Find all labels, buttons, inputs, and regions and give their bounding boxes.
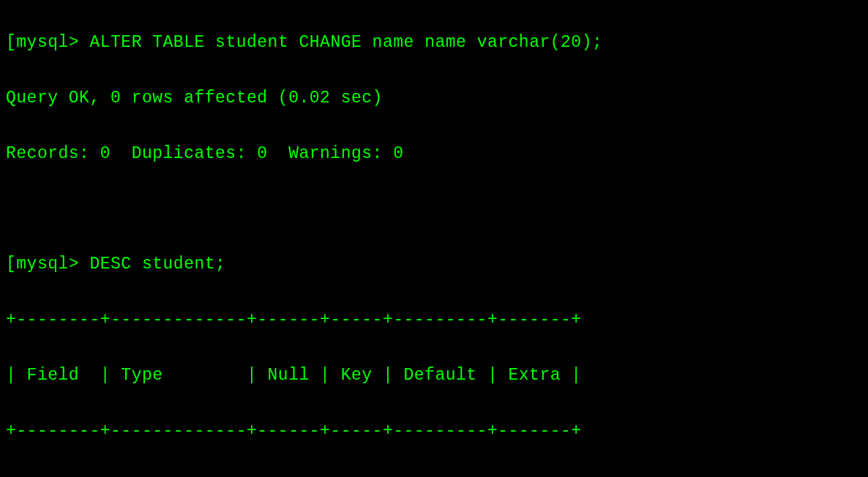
query-result-records: Records: 0 Duplicates: 0 Warnings: 0 (6, 140, 862, 168)
blank-line (6, 196, 862, 224)
mysql-terminal[interactable]: [mysql> ALTER TABLE student CHANGE name … (0, 0, 868, 477)
table-row: | num | int(11) | NO | PRI | NULL | | (6, 473, 862, 477)
bracket: [ (6, 255, 16, 274)
bracket: [ (6, 33, 16, 52)
command-line-2: [mysql> DESC student; (6, 251, 862, 279)
prompt: mysql> (16, 255, 79, 274)
prompt: mysql> (16, 33, 79, 52)
sql-command-desc: DESC student; (89, 255, 225, 274)
query-result-ok: Query OK, 0 rows affected (0.02 sec) (6, 85, 862, 113)
table-border-top: +--------+-------------+------+-----+---… (6, 307, 862, 334)
sql-command-alter: ALTER TABLE student CHANGE name name var… (89, 33, 602, 52)
table-border-mid: +--------+-------------+------+-----+---… (6, 418, 862, 446)
table-header: | Field | Type | Null | Key | Default | … (6, 362, 862, 390)
command-line-1: [mysql> ALTER TABLE student CHANGE name … (6, 29, 862, 57)
